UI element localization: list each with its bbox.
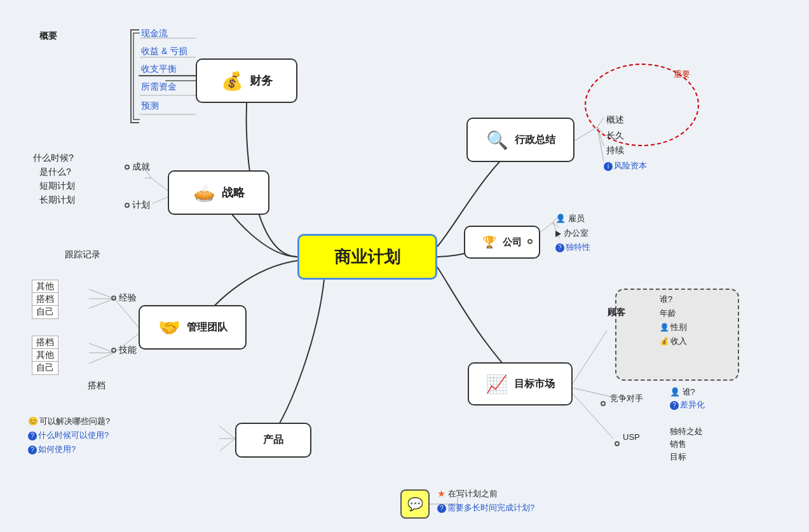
central-node: 商业计划 (297, 234, 437, 280)
usp-item-2: 销售 (670, 439, 686, 450)
product-item-1: 😊可以解决哪些问题? (28, 416, 110, 427)
usp-item-1: 独特之处 (670, 426, 703, 437)
usp-item-3: 目标 (670, 451, 686, 463)
skills-label: 技能 (111, 344, 137, 356)
product-label: 产品 (263, 433, 283, 447)
customer-item-2: 年龄 (660, 308, 676, 319)
customer-label: 顾客 (608, 307, 625, 318)
company-label: 公司 (503, 236, 522, 249)
product-box: 产品 (235, 423, 311, 458)
important-label: 重要 (674, 69, 690, 80)
management-box: 🤝 管理团队 (139, 305, 247, 350)
svg-line-10 (574, 127, 597, 141)
admin-icon: 🔍 (486, 130, 508, 151)
finance-group-label: 概要 (39, 31, 57, 42)
bottom-icon-box: 💬 (400, 489, 430, 519)
strategy-sub-2: 计划 (125, 200, 150, 211)
mindmap-canvas: 商业计划 💰 财务 概要 现金流 收益 & 亏损 收支平衡 所需资金 预测 🥧 … (0, 0, 809, 532)
svg-line-6 (151, 178, 168, 191)
finance-item-2: 收益 & 亏损 (141, 46, 187, 57)
finance-label: 财务 (250, 73, 273, 88)
competitor-label: 竞争对手 (610, 393, 643, 404)
finance-box: 💰 财务 (196, 58, 297, 103)
bottom-icon: 💬 (407, 496, 423, 512)
customer-item-4: 💰收入 (660, 336, 687, 347)
svg-line-20 (572, 388, 613, 397)
svg-line-28 (89, 299, 114, 308)
company-item-1: 👤 雇员 (555, 213, 585, 224)
experience-label: 经验 (111, 292, 137, 304)
admin-item-4: i风险资本 (604, 160, 647, 172)
management-icon: 🤝 (158, 317, 180, 338)
strategy-label: 战略 (222, 185, 245, 200)
usp-circle (615, 437, 622, 449)
finance-icon: 💰 (221, 71, 243, 92)
svg-line-22 (219, 426, 235, 439)
bottom-item-1: ★ 在写计划之前 (437, 488, 498, 500)
admin-label: 行政总结 (515, 133, 555, 147)
strategy-icon: 🥧 (193, 182, 215, 203)
finance-bracket (130, 29, 139, 123)
strategy-item-3: 短期计划 (39, 181, 75, 192)
admin-item-3: 持续 (606, 145, 624, 156)
svg-line-30 (89, 343, 114, 353)
svg-line-19 (572, 331, 607, 385)
mgmt-group-label: 跟踪记录 (65, 249, 100, 261)
admin-box: 🔍 行政总结 (466, 118, 574, 162)
finance-item-3: 收支平衡 (141, 64, 177, 75)
company-circle (527, 236, 535, 245)
competitor-item-1: 👤 谁? (670, 386, 695, 398)
svg-line-26 (89, 289, 114, 299)
skill-item-3: 自己 (32, 361, 58, 375)
finance-connector (139, 75, 196, 76)
company-item-2: 办公室 (555, 228, 588, 239)
exp-item-1: 其他 (32, 280, 58, 294)
usp-label: USP (623, 432, 640, 442)
product-item-2: ?什么时候可以使用? (28, 430, 109, 441)
product-item-3: ?如何使用? (28, 444, 76, 455)
skill-item-1: 搭档 (32, 336, 58, 350)
finance-item-4: 所需资金 (141, 81, 177, 93)
bottom-item-2: ?需要多长时间完成计划? (437, 502, 534, 514)
strategy-box: 🥧 战略 (168, 170, 269, 215)
strategy-item-1: 什么时候? (33, 153, 74, 164)
market-box: 📈 目标市场 (468, 362, 573, 406)
customer-dashed-box (615, 289, 739, 381)
market-icon: 📈 (486, 374, 508, 395)
skill-item-2: 其他 (32, 348, 58, 362)
company-item-3: ?独特性 (555, 242, 590, 253)
market-label: 目标市场 (514, 378, 555, 391)
customer-item-1: 谁? (660, 294, 672, 305)
exp-item-3: 自己 (32, 305, 58, 319)
svg-line-24 (219, 439, 235, 451)
competitor-circle (601, 397, 608, 409)
customer-item-3: 👤性别 (660, 322, 687, 333)
strategy-sub-1: 成就 (125, 161, 150, 173)
partner-bottom-label: 搭档 (88, 380, 105, 392)
finance-item-5: 预测 (141, 100, 159, 112)
exp-item-2: 搭档 (32, 292, 58, 306)
central-label: 商业计划 (334, 246, 400, 268)
strategy-item-4: 长期计划 (39, 194, 75, 206)
admin-item-2: 长久 (606, 130, 624, 142)
strategy-item-2: 是什么? (39, 167, 71, 178)
svg-line-32 (89, 353, 114, 364)
company-icon: 🏆 (482, 235, 496, 249)
svg-line-9 (153, 197, 168, 203)
finance-item-1: 现金流 (141, 28, 168, 39)
management-label: 管理团队 (187, 321, 228, 334)
competitor-item-2: ?差异化 (670, 399, 705, 411)
admin-item-1: 概述 (606, 114, 624, 126)
